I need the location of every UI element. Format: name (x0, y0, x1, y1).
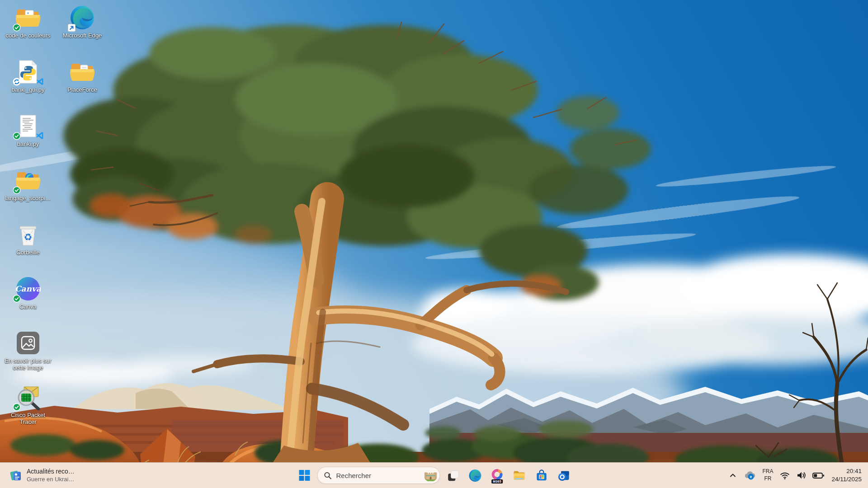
file-explorer-icon (513, 469, 526, 482)
desktop-icon-label: En savoir plus sur cette image (5, 357, 52, 371)
svg-text:e: e (750, 474, 752, 479)
network-button[interactable] (777, 466, 793, 485)
time-text: 20:41 (846, 467, 862, 475)
desktop-icon-corbeille[interactable]: ♻ Corbeille (3, 221, 53, 256)
desktop-icon-langage-scorpi[interactable]: langage_scorpi… (3, 167, 53, 202)
taskbar-center: Rechercher (295, 463, 573, 488)
search-box[interactable]: Rechercher (317, 467, 440, 484)
clock[interactable]: 20:41 24/11/2025 (828, 466, 865, 485)
search-daily-image (424, 469, 438, 482)
desktop-icon-code-de-couleurs[interactable]: code de couleurs (3, 5, 53, 39)
desktop-icon-label: Cisco Packet Tracer (5, 412, 52, 426)
taskbar: Actualités reco… Guerre en Ukrai… Recher… (0, 462, 868, 488)
desktop-icon-label: Canva (19, 303, 37, 310)
outlook-icon (557, 469, 570, 482)
search-icon (324, 472, 332, 479)
battery-icon (812, 470, 825, 481)
keyboard-layout: FR (764, 475, 771, 483)
widgets-headline: Actualités reco… (27, 468, 75, 476)
desktop-icon-label: Corbeille (16, 249, 39, 256)
system-tray: e FRA FR (726, 463, 865, 488)
desktop-icon-microsoft-edge[interactable]: Microsoft Edge (57, 5, 108, 39)
desktop-icon-label: banki_gui.py (12, 86, 45, 93)
text-document-icon (19, 114, 37, 138)
desktop-icon-label: langage_scorpi… (5, 195, 51, 202)
onedrive-cloud-icon: e (743, 470, 756, 481)
image-info-icon (16, 331, 40, 355)
desktop-icon-image-info[interactable]: En savoir plus sur cette image (3, 330, 53, 371)
desktop-icon-cisco-packet-tracer[interactable]: Cisco Packet Tracer (3, 384, 53, 426)
desktop-icon-banki-gui-py[interactable]: banki_gui.py (3, 59, 53, 93)
desktop-icon-label: code de couleurs (5, 32, 50, 39)
start-button[interactable] (295, 466, 314, 485)
onedrive-synced-icon (13, 23, 21, 32)
desktop-icon-placeforce[interactable]: PlaceForce (57, 59, 108, 93)
m365-copilot-button[interactable]: M365 (488, 466, 507, 485)
svg-text:♻: ♻ (24, 232, 33, 243)
onedrive-tray-button[interactable]: e (741, 466, 758, 485)
volume-icon (796, 470, 807, 481)
onedrive-synced-icon (13, 295, 21, 303)
desktop-icon-label: PlaceForce (67, 86, 97, 93)
hidden-icons-button[interactable] (726, 466, 740, 485)
file-explorer-button[interactable] (510, 466, 529, 485)
edge-taskbar-button[interactable] (466, 466, 485, 485)
windows-start-icon (299, 469, 311, 481)
edge-icon (468, 469, 481, 482)
svg-text:Canva: Canva (15, 284, 41, 293)
vscode-badge-icon (36, 77, 44, 86)
onedrive-synced-icon (13, 186, 21, 194)
widgets-subheadline: Guerre en Ukrai… (27, 476, 75, 483)
m365-badge: M365 (491, 479, 503, 483)
task-view-icon (447, 469, 459, 482)
volume-button[interactable] (793, 466, 809, 485)
desktop-icon-canva[interactable]: Canva Canva (3, 276, 53, 310)
castle-thumbnail-icon (424, 469, 438, 481)
widgets-button[interactable]: Actualités reco… Guerre en Ukrai… (5, 463, 79, 488)
recycle-bin-icon: ♻ (18, 222, 38, 247)
microsoft-store-button[interactable] (532, 466, 551, 485)
desktop-icon-grid: code de couleurs (0, 0, 868, 488)
task-view-button[interactable] (443, 466, 462, 485)
onedrive-synced-icon (13, 132, 21, 140)
desktop-icon-banki-py[interactable]: banki.py (3, 113, 53, 147)
microsoft-store-icon (535, 469, 548, 482)
vscode-badge-icon (35, 131, 44, 140)
widgets-news-icon (9, 469, 23, 482)
language-code: FRA (762, 468, 773, 475)
outlook-button[interactable] (554, 466, 573, 485)
battery-button[interactable] (810, 466, 827, 485)
desktop-icon-label: banki.py (17, 141, 39, 147)
folder-icon (70, 61, 95, 83)
search-placeholder: Rechercher (336, 472, 420, 479)
desktop-icon-label: Microsoft Edge (63, 32, 102, 39)
python-file-icon (18, 60, 38, 84)
onedrive-sync-icon (13, 78, 21, 86)
date-text: 24/11/2025 (831, 475, 862, 483)
language-indicator[interactable]: FRA FR (759, 466, 776, 485)
chevron-up-icon (728, 470, 738, 480)
shortcut-arrow-icon (68, 24, 75, 32)
onedrive-synced-icon (13, 403, 21, 411)
wifi-icon (779, 470, 790, 481)
